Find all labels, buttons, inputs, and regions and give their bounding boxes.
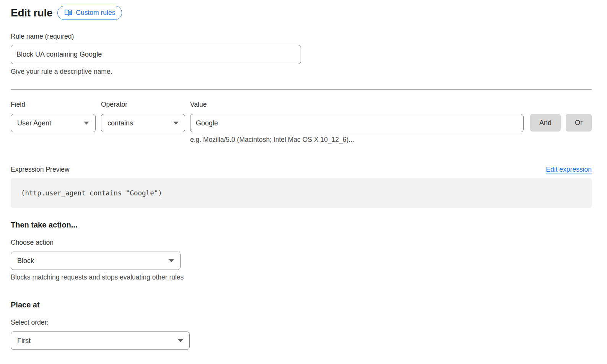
expression-preview-header: Expression Preview Edit expression bbox=[11, 166, 592, 174]
rule-name-input[interactable] bbox=[11, 45, 301, 64]
operator-select[interactable]: contains bbox=[101, 114, 185, 132]
action-help: Blocks matching requests and stops evalu… bbox=[11, 273, 592, 281]
book-icon bbox=[64, 9, 72, 16]
field-column: Field User Agent bbox=[11, 101, 96, 132]
page-title: Edit rule bbox=[11, 7, 52, 19]
field-select[interactable]: User Agent bbox=[11, 114, 96, 132]
value-input[interactable] bbox=[190, 114, 524, 132]
edit-expression-link[interactable]: Edit expression bbox=[546, 166, 592, 174]
custom-rules-button[interactable]: Custom rules bbox=[57, 6, 122, 20]
rule-name-label: Rule name (required) bbox=[11, 32, 592, 41]
expression-preview-code: (http.user_agent contains "Google") bbox=[11, 178, 592, 208]
page-header: Edit rule Custom rules bbox=[11, 6, 592, 20]
rule-name-section: Rule name (required) Give your rule a de… bbox=[11, 32, 592, 76]
section-divider bbox=[11, 89, 592, 90]
value-column: Value e.g. Mozilla/5.0 (Macintosh; Intel… bbox=[190, 101, 524, 144]
select-order-label: Select order: bbox=[11, 318, 592, 327]
order-select-value: First bbox=[17, 337, 31, 345]
chevron-down-icon bbox=[178, 339, 183, 342]
value-label: Value bbox=[190, 101, 524, 109]
operator-column: Operator contains bbox=[101, 101, 185, 132]
action-section: Then take action... Choose action Block … bbox=[11, 221, 592, 281]
and-button[interactable]: And bbox=[530, 114, 561, 132]
action-select-value: Block bbox=[17, 257, 34, 265]
chevron-down-icon bbox=[169, 259, 174, 262]
custom-rules-button-label: Custom rules bbox=[76, 9, 115, 17]
field-label: Field bbox=[11, 101, 96, 109]
or-button[interactable]: Or bbox=[566, 114, 592, 132]
operator-select-value: contains bbox=[107, 119, 133, 127]
rule-name-help: Give your rule a descriptive name. bbox=[11, 68, 592, 76]
placement-section: Place at Select order: First bbox=[11, 301, 592, 350]
expression-builder-row: Field User Agent Operator contains Value… bbox=[11, 101, 592, 144]
expression-preview-label: Expression Preview bbox=[11, 166, 70, 174]
action-heading: Then take action... bbox=[11, 221, 592, 229]
place-at-heading: Place at bbox=[11, 301, 592, 309]
field-select-value: User Agent bbox=[17, 119, 51, 127]
value-help: e.g. Mozilla/5.0 (Macintosh; Intel Mac O… bbox=[190, 136, 524, 144]
chevron-down-icon bbox=[84, 122, 89, 125]
order-select[interactable]: First bbox=[11, 332, 190, 350]
chevron-down-icon bbox=[173, 122, 179, 125]
operator-label: Operator bbox=[101, 101, 185, 109]
choose-action-label: Choose action bbox=[11, 239, 592, 247]
action-select[interactable]: Block bbox=[11, 252, 181, 270]
